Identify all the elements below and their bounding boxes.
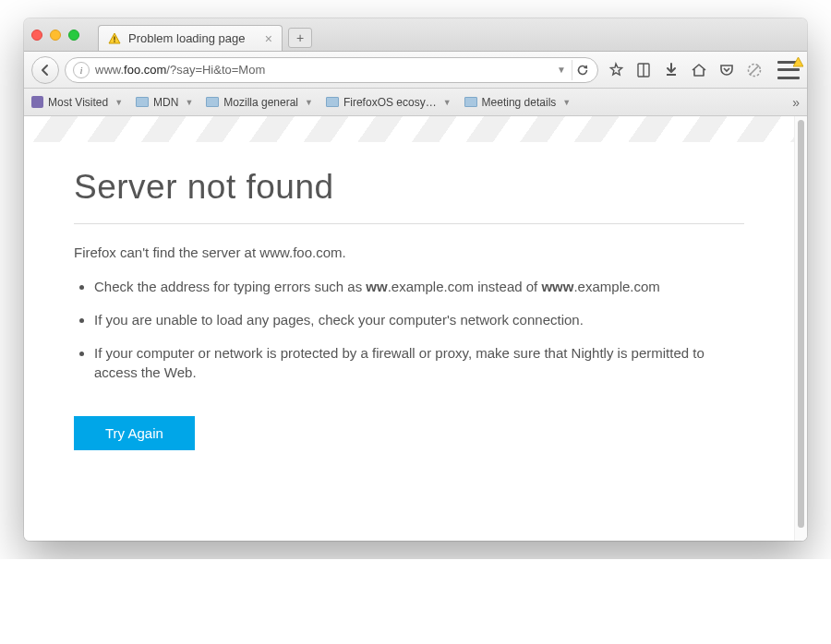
reload-button[interactable]: [572, 60, 592, 80]
reading-list-icon[interactable]: [635, 62, 652, 78]
error-lead-host: www.foo.com: [259, 244, 342, 260]
tab-title: Problem loading page: [128, 31, 245, 45]
pocket-icon[interactable]: [718, 62, 735, 78]
back-button[interactable]: [31, 56, 59, 84]
shield-icon[interactable]: [746, 62, 763, 78]
url-host: foo.com: [124, 63, 166, 77]
minimize-window-button[interactable]: [50, 30, 61, 41]
titlebar: Problem loading page × +: [24, 18, 807, 52]
folder-icon: [136, 97, 149, 107]
error-title: Server not found: [74, 168, 744, 207]
bookmark-label: Mozilla general: [223, 96, 298, 109]
window-controls: [31, 18, 98, 51]
bookmark-star-icon[interactable]: [608, 62, 624, 78]
error-suggestion: If you are unable to load any pages, che…: [94, 310, 744, 330]
bookmark-label: MDN: [153, 96, 178, 109]
toolbar-icons: [604, 62, 766, 78]
bookmark-label: Most Visited: [48, 96, 108, 109]
url-dropdown-icon[interactable]: ▼: [557, 65, 566, 75]
new-tab-button[interactable]: +: [288, 28, 312, 48]
bookmark-folder[interactable]: Mozilla general ▼: [206, 96, 313, 109]
error-suggestions: Check the address for typing errors such…: [74, 277, 744, 383]
text-bold: ww: [366, 279, 387, 294]
url-bar[interactable]: i www.foo.com/?say=Hi&to=Mom ▼: [65, 57, 598, 83]
folder-icon: [464, 97, 477, 107]
chevron-down-icon: ▼: [443, 98, 452, 107]
bookmarks-toolbar: Most Visited ▼ MDN ▼ Mozilla general ▼ F…: [24, 89, 807, 116]
svg-marker-8: [793, 57, 803, 66]
scrollbar-thumb[interactable]: [798, 120, 804, 528]
svg-rect-2: [114, 41, 114, 42]
try-again-button[interactable]: Try Again: [74, 416, 195, 450]
svg-line-7: [750, 66, 759, 75]
browser-tab[interactable]: Problem loading page ×: [98, 25, 283, 51]
page-content: Server not found Firefox can't find the …: [24, 116, 794, 541]
content-area: Server not found Firefox can't find the …: [24, 116, 807, 541]
nav-toolbar: i www.foo.com/?say=Hi&to=Mom ▼: [24, 52, 807, 89]
hamburger-menu-button[interactable]: [777, 61, 800, 79]
text: Check the address for typing errors such…: [94, 279, 366, 294]
text-bold: www: [541, 279, 573, 294]
close-window-button[interactable]: [31, 30, 42, 41]
error-suggestion: If your computer or network is protected…: [94, 343, 744, 384]
chevron-down-icon: ▼: [305, 98, 313, 107]
bookmarks-overflow-button[interactable]: »: [792, 95, 800, 110]
bookmark-folder[interactable]: MDN ▼: [136, 96, 193, 109]
text: .example.com instead of: [388, 279, 542, 294]
close-tab-button[interactable]: ×: [265, 32, 272, 45]
error-lead-suffix: .: [343, 244, 346, 260]
most-visited-icon: [31, 96, 43, 108]
chevron-down-icon: ▼: [114, 98, 123, 107]
url-text: www.foo.com/?say=Hi&to=Mom: [95, 63, 557, 77]
bookmark-most-visited[interactable]: Most Visited ▼: [31, 96, 123, 109]
vertical-scrollbar[interactable]: [794, 116, 807, 541]
chevron-down-icon: ▼: [562, 98, 571, 107]
error-stripe: [24, 116, 794, 142]
bookmark-label: FirefoxOS ecosy…: [343, 96, 437, 109]
home-icon[interactable]: [691, 62, 707, 78]
warning-badge-icon: [793, 57, 803, 67]
browser-window: Problem loading page × + i www.foo.com/?…: [24, 18, 807, 541]
divider: [74, 223, 744, 224]
downloads-icon[interactable]: [663, 62, 680, 78]
error-lead-text: Firefox can't find the server at: [74, 244, 259, 260]
maximize-window-button[interactable]: [68, 30, 79, 41]
bookmark-folder[interactable]: FirefoxOS ecosy… ▼: [326, 96, 452, 109]
svg-rect-1: [114, 36, 114, 40]
folder-icon: [206, 97, 219, 107]
bookmark-label: Meeting details: [482, 96, 557, 109]
url-path: /?say=Hi&to=Mom: [166, 63, 265, 77]
bookmark-folder[interactable]: Meeting details ▼: [464, 96, 572, 109]
warning-icon: [108, 32, 121, 45]
text: .example.com: [573, 279, 659, 294]
error-page: Server not found Firefox can't find the …: [24, 142, 794, 478]
url-prefix: www.: [95, 63, 124, 77]
error-lead: Firefox can't find the server at www.foo…: [74, 244, 744, 260]
chevron-down-icon: ▼: [185, 98, 193, 107]
error-suggestion: Check the address for typing errors such…: [94, 277, 744, 297]
identity-icon[interactable]: i: [73, 62, 90, 78]
folder-icon: [326, 97, 339, 107]
